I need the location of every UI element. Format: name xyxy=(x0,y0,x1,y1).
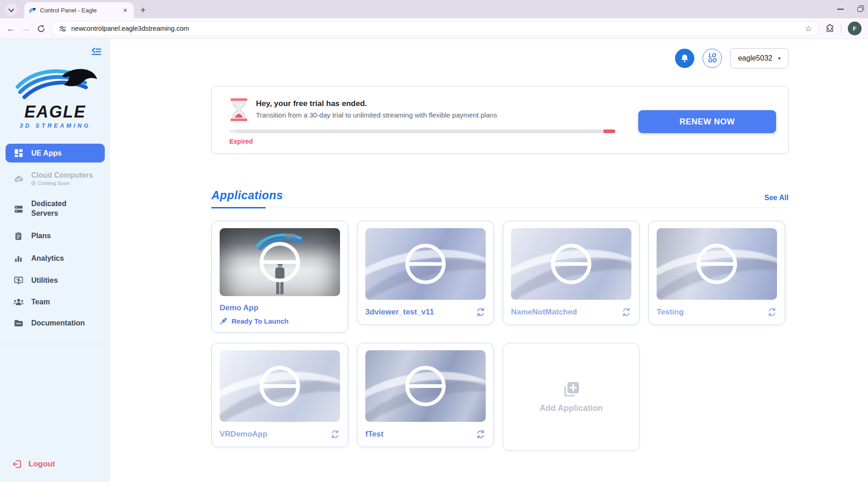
topbar: LO GO eagle5032 ▾ xyxy=(110,39,868,67)
not-running-overlay-icon xyxy=(657,228,777,300)
notifications-button[interactable] xyxy=(675,49,694,68)
sidebar-item-dedicated-servers[interactable]: Dedicated Servers xyxy=(6,195,105,223)
sidebar-item-plans[interactable]: Plans xyxy=(6,227,105,246)
browser-toolbar: ← → newcontrolpanel.eagle3dstreaming.com… xyxy=(0,18,868,39)
minimize-icon[interactable] xyxy=(837,9,844,10)
browser-window: Control Panel - Eagle × + ← → newcontrol… xyxy=(0,0,868,482)
add-application-card[interactable]: Add Application xyxy=(503,343,640,451)
sidebar-item-utilities[interactable]: Utilities xyxy=(6,271,105,290)
logout-button[interactable]: Logout xyxy=(0,453,110,482)
renew-now-button[interactable]: RENEW NOW xyxy=(638,110,776,133)
team-icon xyxy=(13,298,24,306)
logo-badge[interactable]: LO GO xyxy=(703,49,722,68)
see-all-link[interactable]: See All xyxy=(764,194,789,207)
collapse-sidebar-icon xyxy=(91,47,102,56)
account-name: eagle5032 xyxy=(738,54,772,62)
toolbar-divider xyxy=(841,24,841,33)
window-controls xyxy=(837,0,862,18)
refresh-icon[interactable] xyxy=(476,307,486,317)
not-running-overlay-icon xyxy=(220,350,340,422)
collapse-sidebar-button[interactable] xyxy=(91,47,102,58)
rocket-icon xyxy=(220,317,227,325)
not-running-overlay-icon xyxy=(220,228,340,296)
eagle-waves-bird-icon xyxy=(12,63,98,102)
eagle-logo: EAGLE 3D STREAMING xyxy=(11,63,99,129)
eagle-favicon-icon xyxy=(29,7,36,14)
maximize-icon[interactable] xyxy=(857,7,862,12)
trial-subtitle: Transition from a 30-day trial to unlimi… xyxy=(256,111,497,119)
logout-icon xyxy=(12,459,22,469)
app-name[interactable]: 3dviewer_test_v11 xyxy=(365,308,434,317)
sidebar-item-label: Plans xyxy=(31,232,51,240)
hourglass-icon xyxy=(229,98,249,121)
app-name[interactable]: Testing xyxy=(657,308,684,317)
app-name[interactable]: NameNotMatched xyxy=(511,308,577,317)
app-card-3dviewer-test-v11[interactable]: 3dviewer_test_v11 xyxy=(357,221,494,325)
app-thumbnail xyxy=(365,350,486,422)
cloud-check-icon xyxy=(13,174,24,183)
sidebar-item-label: Analytics xyxy=(31,254,64,263)
refresh-icon[interactable] xyxy=(330,429,340,439)
sidebar-item-label: Dedicated Servers xyxy=(31,199,82,219)
app-thumbnail xyxy=(220,228,340,296)
app-name[interactable]: fTest xyxy=(365,430,383,439)
chevron-down-icon xyxy=(8,6,14,12)
clipboard-icon xyxy=(13,231,24,241)
refresh-icon[interactable] xyxy=(767,307,777,317)
app-card-vrdemoapp[interactable]: VRDemoApp xyxy=(211,343,348,447)
app-name[interactable]: VRDemoApp xyxy=(220,430,267,439)
sidebar-item-documentation[interactable]: Documentation xyxy=(6,314,105,332)
app-card-testing[interactable]: Testing xyxy=(648,221,785,325)
sidebar-item-ue-apps[interactable]: UE Apps xyxy=(6,144,105,163)
logo-badge-bottom: GO xyxy=(708,58,717,63)
add-application-label: Add Application xyxy=(539,404,602,413)
sidebar-nav: UE Apps Cloud Computers xyxy=(0,144,110,332)
sidebar-item-label: Documentation xyxy=(31,319,85,327)
sidebar-item-analytics[interactable]: Analytics xyxy=(6,249,105,268)
not-running-overlay-icon xyxy=(365,350,486,422)
trial-banner: Hey, your free trial has ended. Transiti… xyxy=(211,86,789,154)
bar-chart-icon xyxy=(13,254,24,263)
reload-button[interactable] xyxy=(37,24,45,33)
tab-search-button[interactable] xyxy=(5,3,17,16)
url-text[interactable]: newcontrolpanel.eagle3dstreaming.com xyxy=(71,25,800,32)
bookmark-star-icon[interactable]: ☆ xyxy=(805,25,812,33)
tab-title: Control Panel - Eagle xyxy=(40,7,118,14)
monitor-sync-icon xyxy=(13,276,24,285)
new-tab-button[interactable]: + xyxy=(140,5,146,15)
app-card-ftest[interactable]: fTest xyxy=(357,343,494,447)
applications-heading: Applications xyxy=(211,189,283,207)
sidebar-item-label: Cloud Computers xyxy=(31,171,93,180)
servers-icon xyxy=(13,204,24,214)
caret-down-icon: ▾ xyxy=(778,55,781,62)
sidebar-item-label: Team xyxy=(31,298,50,306)
brand-tagline: 3D STREAMING xyxy=(11,123,99,129)
sidebar: EAGLE 3D STREAMING UE Apps xyxy=(0,39,110,482)
not-running-overlay-icon xyxy=(511,228,631,300)
sidebar-item-team[interactable]: Team xyxy=(6,293,105,311)
app-thumbnail xyxy=(220,350,340,422)
forward-button[interactable]: → xyxy=(22,24,30,33)
applications-header: Applications See All xyxy=(211,189,789,208)
app-name[interactable]: Demo App xyxy=(220,303,258,313)
tab-strip: Control Panel - Eagle × + xyxy=(0,0,868,18)
app-thumbnail xyxy=(657,228,777,300)
site-settings-icon[interactable] xyxy=(59,25,67,33)
main-panel: LO GO eagle5032 ▾ xyxy=(110,39,868,482)
app-card-demo-app[interactable]: Demo App Ready To Launch xyxy=(211,221,348,333)
account-dropdown[interactable]: eagle5032 ▾ xyxy=(730,48,789,68)
profile-avatar[interactable]: F xyxy=(848,22,862,35)
url-bar[interactable]: newcontrolpanel.eagle3dstreaming.com ☆ xyxy=(52,21,819,36)
browser-tab[interactable]: Control Panel - Eagle × xyxy=(24,2,134,18)
back-button[interactable]: ← xyxy=(6,24,15,33)
extensions-icon[interactable] xyxy=(825,24,834,33)
toolbar-right: F xyxy=(825,22,862,35)
refresh-icon[interactable] xyxy=(476,429,486,439)
sidebar-item-label: UE Apps xyxy=(31,149,62,157)
refresh-icon[interactable] xyxy=(621,307,631,317)
app-card-namenotmatched[interactable]: NameNotMatched xyxy=(503,221,640,325)
tab-close-icon[interactable]: × xyxy=(121,6,129,15)
sidebar-item-label: Utilities xyxy=(31,276,58,285)
bell-icon xyxy=(680,54,689,63)
sidebar-item-cloud-computers: Cloud Computers Coming Soon xyxy=(6,166,105,191)
